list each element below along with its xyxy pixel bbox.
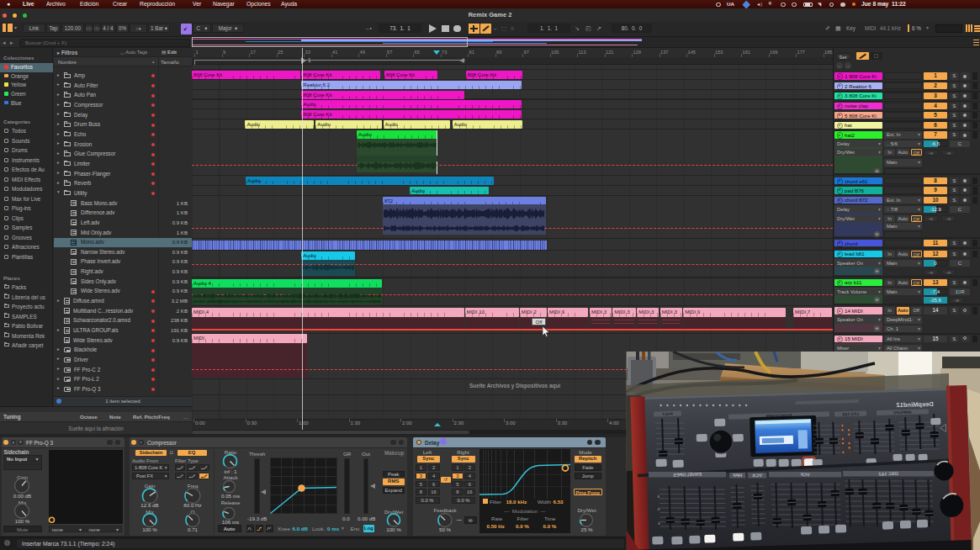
svg-text:ENVELOPES: ENVELOPES [673, 472, 702, 478]
svg-text:OSC 1&2: OSC 1&2 [878, 471, 898, 477]
svg-text:VCA: VCA [752, 473, 762, 478]
svg-text:∧: ∧ [658, 521, 661, 526]
svg-text:∧: ∧ [657, 494, 660, 499]
svg-text:VCF: VCF [800, 472, 810, 477]
svg-text:∧: ∧ [657, 506, 660, 511]
svg-text:HPF: HPF [732, 473, 742, 478]
